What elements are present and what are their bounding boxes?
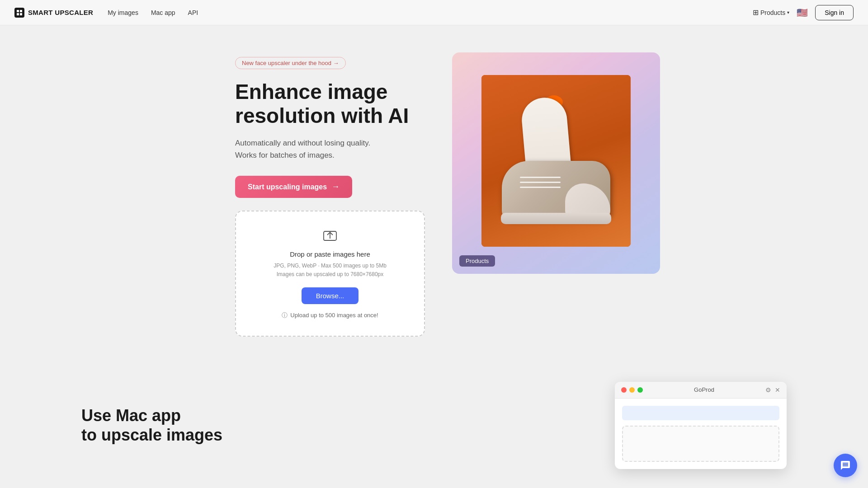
svg-rect-0	[17, 10, 19, 12]
mac-app-window: GoProd ⚙ ✕	[615, 382, 787, 469]
product-image-inner	[481, 75, 631, 247]
hero-image: Products	[452, 52, 660, 274]
svg-rect-3	[20, 13, 22, 15]
image-label: Products	[459, 255, 495, 267]
shoe-visual	[481, 75, 631, 247]
bottom-title: Use Mac app to upscale images	[81, 406, 271, 445]
upload-info-text: Upload up to 500 images at once!	[290, 312, 378, 319]
products-label: Products	[760, 9, 785, 16]
logo[interactable]: SMART UPSCALER	[14, 8, 93, 18]
hero-section: New face upscaler under the hood → Enhan…	[0, 25, 868, 364]
upload-icon	[249, 228, 411, 244]
svg-rect-2	[17, 13, 19, 15]
hero-right: Products	[452, 52, 660, 274]
nav-link-mac-app[interactable]: Mac app	[151, 9, 175, 16]
logo-text: SMART UPSCALER	[28, 9, 93, 16]
hero-title: Enhance image resolution with AI	[235, 80, 425, 128]
upload-info: ⓘ Upload up to 500 images at once!	[249, 311, 411, 319]
upload-sub-text: JPG, PNG, WebP · Max 500 images up to 5M…	[249, 262, 411, 279]
shoe-laces	[520, 177, 561, 199]
browse-button[interactable]: Browse...	[302, 287, 359, 304]
mac-input-bar[interactable]	[622, 406, 779, 420]
mac-dot-close[interactable]	[621, 387, 627, 393]
mac-icon-settings[interactable]: ⚙	[765, 386, 771, 394]
shoe-sole-bottom	[501, 213, 611, 224]
mac-titlebar: GoProd ⚙ ✕	[615, 382, 787, 399]
nav-right: ⊞ Products ▾ 🇺🇸 Sign in	[753, 5, 854, 20]
mac-drop-area[interactable]	[622, 426, 779, 462]
svg-rect-1	[20, 10, 22, 12]
nav-link-my-images[interactable]: My images	[108, 9, 138, 16]
navigation: SMART UPSCALER My images Mac app API ⊞ P…	[0, 0, 868, 25]
logo-icon	[14, 8, 24, 18]
chevron-down-icon: ▾	[787, 10, 789, 15]
mac-window-icons: ⚙ ✕	[765, 386, 780, 394]
upload-main-text: Drop or paste images here	[249, 250, 411, 258]
mac-dot-maximize[interactable]	[637, 387, 643, 393]
mac-icon-close[interactable]: ✕	[775, 386, 780, 394]
hero-subtitle: Automatically and without losing quality…	[235, 137, 425, 161]
upload-dropzone[interactable]: Drop or paste images here JPG, PNG, WebP…	[235, 211, 425, 336]
products-menu[interactable]: ⊞ Products ▾	[753, 8, 789, 17]
nav-links: My images Mac app API	[108, 9, 198, 16]
sign-in-button[interactable]: Sign in	[815, 5, 854, 20]
nav-link-api[interactable]: API	[188, 9, 198, 16]
hero-badge[interactable]: New face upscaler under the hood →	[235, 57, 346, 69]
mac-window-dots	[621, 387, 643, 393]
hero-left: New face upscaler under the hood → Enhan…	[235, 52, 425, 337]
mac-window-content	[615, 399, 787, 469]
nav-left: SMART UPSCALER My images Mac app API	[14, 8, 198, 18]
arrow-icon: →	[331, 182, 340, 192]
mac-dot-minimize[interactable]	[629, 387, 635, 393]
info-icon: ⓘ	[282, 311, 288, 319]
language-flag[interactable]: 🇺🇸	[797, 7, 808, 18]
bottom-section: Use Mac app to upscale images GoProd ⚙ ✕	[0, 364, 868, 487]
start-upscaling-button[interactable]: Start upscaling images →	[235, 176, 352, 198]
cta-label: Start upscaling images	[248, 183, 327, 191]
hero-badge-text: New face upscaler under the hood →	[242, 60, 339, 66]
bottom-left: Use Mac app to upscale images	[81, 406, 271, 445]
shoe-container	[493, 89, 619, 233]
mac-window-title: GoProd	[694, 386, 714, 393]
chat-button[interactable]	[834, 454, 857, 477]
